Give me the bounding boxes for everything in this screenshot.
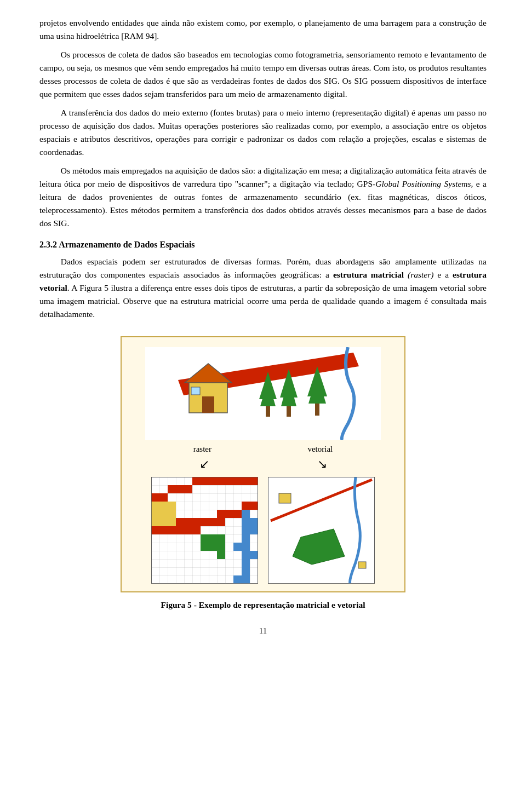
paragraph-1: projetos envolvendo entidades que ainda … <box>39 16 487 43</box>
svg-rect-58 <box>250 518 258 526</box>
svg-rect-69 <box>233 575 242 584</box>
svg-rect-71 <box>209 534 217 543</box>
svg-rect-63 <box>233 543 242 551</box>
svg-rect-36 <box>168 502 176 510</box>
svg-rect-79 <box>279 493 291 503</box>
svg-rect-51 <box>217 518 225 526</box>
paragraph-4: Os métodos mais empregados na aquisição … <box>39 164 487 230</box>
svg-rect-28 <box>242 477 250 485</box>
svg-rect-45 <box>184 526 192 534</box>
svg-rect-26 <box>225 477 233 485</box>
svg-rect-73 <box>209 543 217 551</box>
section-number: 2.3.2 <box>39 240 57 249</box>
p5-bold1: estrutura matricial <box>333 270 404 279</box>
p5-end: . A Figura 5 ilustra a diferença entre e… <box>39 283 487 319</box>
svg-rect-35 <box>159 518 168 526</box>
svg-rect-59 <box>242 526 250 534</box>
svg-rect-72 <box>201 543 209 551</box>
svg-rect-70 <box>201 534 209 543</box>
svg-rect-24 <box>209 477 217 485</box>
svg-rect-17 <box>151 493 159 502</box>
figure-box: raster vetorial ↙ ↘ <box>121 336 405 592</box>
svg-rect-67 <box>242 567 250 575</box>
svg-rect-82 <box>358 562 366 568</box>
svg-rect-60 <box>250 526 258 534</box>
svg-rect-34 <box>159 510 168 518</box>
p5-mid: e a <box>433 270 453 279</box>
label-raster: raster <box>193 445 211 454</box>
svg-rect-9 <box>287 405 291 417</box>
page-number: 11 <box>39 626 487 636</box>
svg-rect-38 <box>168 518 176 526</box>
svg-rect-65 <box>250 551 258 559</box>
paragraph-2: Os processos de coleta de dados são base… <box>39 48 487 101</box>
svg-rect-53 <box>233 510 242 518</box>
svg-rect-25 <box>217 477 225 485</box>
figure-caption: Figura 5 - Exemplo de representação matr… <box>161 600 365 610</box>
arrow-left: ↙ <box>199 457 209 471</box>
svg-rect-57 <box>242 518 250 526</box>
svg-rect-41 <box>168 526 176 534</box>
top-scene <box>145 347 381 440</box>
paragraph-3: A transferência dos dados do meio extern… <box>39 106 487 159</box>
svg-rect-18 <box>159 493 168 502</box>
svg-rect-66 <box>242 559 250 567</box>
figure-bottom <box>151 477 375 584</box>
svg-rect-48 <box>201 518 209 526</box>
arrow-right: ↘ <box>317 457 327 471</box>
svg-rect-54 <box>242 502 250 510</box>
top-scene-svg <box>145 347 381 440</box>
p4-italic: Global Positioning Systems <box>375 179 471 188</box>
svg-rect-49 <box>209 518 217 526</box>
svg-rect-6 <box>266 405 270 417</box>
svg-rect-44 <box>184 518 192 526</box>
svg-rect-47 <box>192 526 201 534</box>
svg-rect-40 <box>159 526 168 534</box>
p5-italic1: (raster) <box>404 270 433 279</box>
labels-row: raster vetorial <box>145 445 381 454</box>
svg-rect-32 <box>151 518 159 526</box>
svg-rect-43 <box>176 526 184 534</box>
svg-rect-19 <box>168 485 176 493</box>
svg-rect-74 <box>217 534 225 543</box>
svg-rect-42 <box>176 518 184 526</box>
section-title: Armazenamento de Dados Espaciais <box>59 240 195 249</box>
raster-grid-svg <box>151 477 258 584</box>
section-heading: 2.3.2 Armazenamento de Dados Espaciais <box>39 240 487 250</box>
vector-map-svg <box>268 477 375 584</box>
svg-rect-39 <box>151 526 159 534</box>
svg-rect-23 <box>201 477 209 485</box>
svg-rect-37 <box>168 510 176 518</box>
arrows-row: ↙ ↘ <box>145 457 381 471</box>
svg-rect-21 <box>184 485 192 493</box>
svg-rect-20 <box>176 485 184 493</box>
svg-rect-22 <box>192 477 201 485</box>
svg-rect-62 <box>242 543 250 551</box>
figure-5: raster vetorial ↙ ↘ <box>39 336 487 610</box>
svg-rect-29 <box>250 477 258 485</box>
svg-rect-76 <box>217 551 225 559</box>
svg-rect-27 <box>233 477 242 485</box>
svg-rect-46 <box>192 518 201 526</box>
label-vetorial: vetorial <box>307 445 333 454</box>
svg-rect-33 <box>159 502 168 510</box>
paragraph-5: Dados espaciais podem ser estruturados d… <box>39 255 487 321</box>
svg-rect-31 <box>151 510 159 518</box>
svg-rect-61 <box>242 534 250 543</box>
svg-rect-68 <box>242 575 250 584</box>
svg-rect-55 <box>250 502 258 510</box>
svg-rect-75 <box>217 543 225 551</box>
svg-rect-12 <box>315 402 319 416</box>
svg-rect-52 <box>225 510 233 518</box>
svg-rect-5 <box>191 387 200 395</box>
svg-rect-56 <box>242 510 250 518</box>
svg-rect-50 <box>217 510 225 518</box>
svg-rect-64 <box>242 551 250 559</box>
svg-rect-4 <box>202 396 214 413</box>
svg-rect-30 <box>151 502 159 510</box>
